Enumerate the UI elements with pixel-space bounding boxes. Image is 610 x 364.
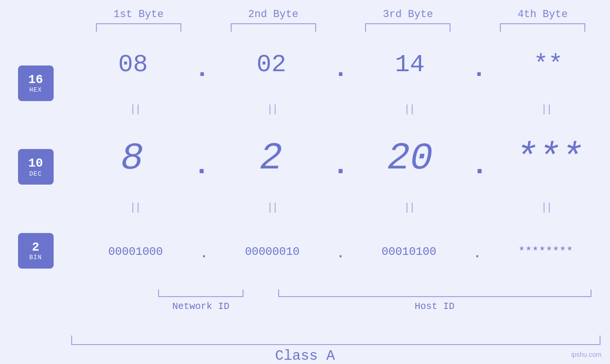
main-grid: 16 HEX 10 DEC 2 BIN 08 . 02 [0, 37, 610, 331]
watermark: ipshu.com [571, 351, 601, 358]
badges-column: 16 HEX 10 DEC 2 BIN [0, 37, 71, 331]
bin-b2-value: 00000010 [245, 245, 300, 258]
hex-b4-value: ** [534, 51, 563, 79]
eq-row-1: || || || || [71, 103, 610, 116]
eq2-b2: || [208, 202, 336, 214]
network-id-label: Network ID [142, 299, 259, 312]
main-container: 1st Byte 2nd Byte 3rd Byte 4th Byte 16 H… [0, 0, 610, 364]
bin-b4-cell: ******** [481, 245, 610, 258]
dot-dec-2: . [332, 149, 349, 182]
bracket-seg4 [475, 23, 610, 32]
dec-b2-cell: 2 [210, 137, 332, 180]
eq2-b1: || [71, 202, 199, 214]
byte3-header: 3rd Byte [341, 9, 476, 20]
dec-b4-cell: *** [488, 137, 610, 180]
bracket-box1 [96, 23, 181, 32]
eq2-b3: || [346, 202, 473, 214]
dec-b1-cell: 8 [71, 137, 193, 180]
hex-b1-cell: 08 [71, 51, 195, 79]
hex-badge-num: 16 [28, 73, 43, 87]
byte-headers: 1st Byte 2nd Byte 3rd Byte 4th Byte [0, 0, 610, 20]
dot-bin-3: . [473, 246, 481, 261]
dec-row: 8 . 2 . 20 . *** [71, 135, 610, 182]
hex-badge: 16 HEX [18, 65, 54, 101]
dec-b1-value: 8 [121, 137, 143, 180]
bin-b4-value: ******** [518, 245, 573, 258]
byte1-header: 1st Byte [71, 9, 206, 20]
class-label: Class A [0, 348, 610, 364]
network-bracket [142, 289, 259, 297]
dec-b2-value: 2 [260, 137, 282, 180]
dec-b3-value: 20 [387, 137, 433, 180]
host-bracket [259, 289, 610, 297]
dot-bin-2: . [337, 246, 345, 261]
bottom-labels: Network ID Host ID [142, 299, 610, 312]
hex-b3-cell: 14 [348, 51, 471, 79]
dec-badge-label: DEC [29, 170, 42, 177]
hex-badge-label: HEX [29, 86, 42, 93]
bin-badge: 2 BIN [18, 233, 54, 269]
class-bracket-box [71, 336, 601, 345]
bracket-box2 [231, 23, 316, 32]
dec-b3-cell: 20 [349, 137, 471, 180]
dot-dec-3: . [471, 149, 488, 182]
bin-b3-value: 00010100 [382, 245, 436, 258]
dec-badge: 10 DEC [18, 149, 54, 185]
hex-b2-value: 02 [257, 51, 286, 79]
eq-row-2: || || || || [71, 201, 610, 214]
bin-badge-label: BIN [29, 254, 42, 261]
eq1-b2: || [208, 103, 336, 115]
bracket-seg1 [71, 23, 206, 32]
byte2-header: 2nd Byte [206, 9, 341, 20]
eq1-b4: || [482, 103, 610, 115]
bin-b2-cell: 00000010 [208, 245, 337, 258]
bin-b1-value: 00001000 [108, 245, 163, 258]
bracket-box3 [365, 23, 450, 32]
hex-row: 08 . 02 . 14 . ** [71, 46, 610, 84]
bin-b3-cell: 00010100 [345, 245, 473, 258]
data-rows: 08 . 02 . 14 . ** || || [71, 37, 610, 331]
eq1-b1: || [71, 103, 199, 115]
bracket-box4 [500, 23, 585, 32]
eq2-b4: || [482, 202, 610, 214]
dot-hex-1: . [195, 56, 209, 84]
dot-hex-2: . [333, 56, 348, 84]
bin-row: 00001000 . 00000010 . 00010100 . *******… [71, 233, 610, 271]
dot-hex-3: . [471, 56, 486, 84]
class-bracket-row [0, 336, 610, 345]
bottom-brackets [142, 289, 610, 297]
byte4-header: 4th Byte [475, 9, 610, 20]
hex-b3-value: 14 [395, 51, 424, 79]
hex-b1-value: 08 [118, 51, 148, 79]
dot-bin-1: . [200, 246, 208, 261]
hex-b2-cell: 02 [210, 51, 333, 79]
host-id-label: Host ID [259, 299, 610, 312]
dec-badge-num: 10 [28, 157, 43, 170]
hex-b4-cell: ** [487, 51, 610, 79]
dot-dec-1: . [193, 149, 210, 182]
bracket-seg3 [341, 23, 476, 32]
dec-b4-value: *** [515, 137, 583, 180]
bin-badge-num: 2 [32, 241, 39, 254]
eq1-b3: || [346, 103, 473, 115]
bin-b1-cell: 00001000 [71, 245, 200, 258]
bracket-seg2 [206, 23, 341, 32]
bottom-section: Network ID Host ID [71, 289, 610, 312]
top-brackets [0, 23, 610, 32]
